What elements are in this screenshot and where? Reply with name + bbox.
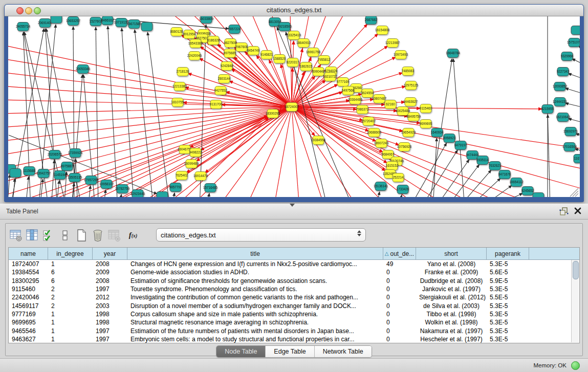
table-selector-dropdown[interactable]: citations_edges.txt [156,228,366,242]
network-node-6479197[interactable]: 6479197 [454,141,467,150]
network-node-2935114[interactable]: 2935114 [476,156,489,165]
table-cell[interactable]: 9777169 [9,311,48,318]
network-node-8958923[interactable]: 8958923 [443,134,456,143]
table-cell[interactable]: 5.3E-5 [487,327,529,335]
network-node-19218506[interactable]: 19218506 [277,23,292,31]
table-cell[interactable]: 9465546 [9,327,48,335]
table-cell[interactable]: 0 [383,302,416,310]
network-node-9227343[interactable]: 9227343 [557,68,570,76]
table-row[interactable]: 969969511998Structural magnetic resonanc… [9,318,579,326]
network-node-24055714[interactable]: 24055714 [16,23,31,31]
table-cell[interactable]: 1997 [93,286,127,293]
network-node-10973493[interactable]: 10973493 [394,51,408,59]
table-cell[interactable]: 9699695 [9,319,48,326]
table-cell[interactable]: 19384554 [9,269,48,276]
network-node-12213987[interactable]: 12213987 [385,39,400,48]
table-cell[interactable]: 18724007 [9,260,48,268]
network-node-1615152[interactable]: 1615152 [386,162,399,170]
table-cell[interactable]: 1998 [93,311,127,318]
table-cell[interactable]: 18300295 [9,277,48,285]
column-header-out_de[interactable]: △out_de... [383,248,416,259]
scrollbar-thumb[interactable] [573,261,579,279]
network-node-9498222[interactable]: 9498222 [189,148,202,157]
table-cell[interactable]: Estimation of the future numbers of pati… [127,327,383,335]
table-cell[interactable]: 1 [48,327,93,335]
table-cell[interactable]: 1 [48,260,93,268]
network-node-9115460[interactable]: 9115460 [420,104,432,113]
table-row[interactable]: 911546021997Tourette syndrome. Phenomeno… [9,285,579,293]
network-node-9242848[interactable]: 9242848 [221,62,233,71]
table-cell[interactable]: 6 [48,269,93,276]
table-cell[interactable]: 0 [383,277,416,285]
table-cell[interactable]: 5.3E-5 [487,302,529,310]
citation-network-graph[interactable]: 1872400718300295822031715885201332541918… [8,16,580,197]
network-node-10756928[interactable]: 10756928 [397,143,412,151]
network-node-8220317[interactable]: 8220317 [287,58,299,67]
network-node[interactable] [533,193,544,198]
network-node-12444151[interactable]: 12444151 [553,98,568,106]
network-node-7632621[interactable]: 7632621 [489,162,502,170]
table-cell[interactable]: 1 [48,319,93,326]
network-node[interactable] [141,23,153,31]
table-cell[interactable]: 6 [48,277,93,285]
network-node-9975887[interactable]: 9975887 [61,162,74,171]
table-cell[interactable]: 5.3E-5 [487,311,529,318]
network-node-19210722[interactable]: 19210722 [323,73,338,81]
network-node-2687682[interactable]: 2687682 [365,16,378,25]
network-window-titlebar[interactable]: citations_edges.txt [5,5,583,16]
network-node-2967608[interactable]: 2967608 [235,43,248,52]
network-node-116753[interactable]: 116753 [574,155,580,163]
network-node[interactable] [157,192,168,198]
network-node-16671585[interactable]: 16671585 [127,20,142,29]
network-node-2718126[interactable]: 2718126 [177,68,189,76]
network-node-15692971[interactable]: 15692971 [563,127,578,136]
tab-edge-table[interactable]: Edge Table [266,346,314,357]
network-node-15136141[interactable]: 15136141 [374,182,388,191]
column-header-short[interactable]: short [416,248,487,259]
column-header-in_degree[interactable]: in_degree [48,248,93,259]
table-panel-header[interactable]: Table Panel [0,204,588,220]
network-node-8186328[interactable]: 8186328 [207,36,220,45]
table-cell[interactable]: 14569117 [9,302,48,310]
network-node-8466162[interactable]: 8466162 [101,16,114,25]
table-cell[interactable]: 0 [383,294,416,301]
network-node-17016504[interactable]: 17016504 [562,143,577,151]
network-node-9329966[interactable]: 9329966 [561,52,574,61]
network-node-16033809[interactable]: 16033809 [199,16,214,24]
table-cell[interactable]: 2 [48,286,93,293]
network-node-1145194[interactable]: 1145194 [54,171,67,180]
table-cell[interactable]: 0 [383,286,416,293]
table-cell[interactable]: Disruption of a novel member of a sodium… [127,302,383,310]
network-node-16961758[interactable]: 16961758 [306,48,321,57]
network-node-9131700[interactable]: 9131700 [210,100,223,109]
network-node-12975125[interactable]: 12975125 [404,81,419,90]
network-node-8454749[interactable]: 8454749 [247,47,260,55]
table-cell[interactable]: 5.3E-5 [487,286,529,293]
table-cell[interactable]: Stergiakouli et al. (2012) [416,294,487,301]
network-node-7986372[interactable]: 7986372 [356,105,369,114]
network-node-10958107[interactable]: 10958107 [99,180,114,189]
network-node-9857791[interactable]: 9857791 [169,183,182,192]
network-node-1640934[interactable]: 1640934 [431,128,444,137]
network-node-9975685[interactable]: 9975685 [224,49,236,58]
table-cell[interactable]: Genome-wide association studies in ADHD. [127,269,383,276]
new-document-button[interactable] [74,228,89,242]
splitter-grip-icon[interactable] [290,204,295,207]
table-cell[interactable]: 2012 [93,294,127,301]
table-row[interactable]: 1456911722003Disruption of a novel membe… [9,301,579,310]
network-node-10654112[interactable]: 10654112 [509,178,524,187]
network-node-14463627[interactable]: 14463627 [403,98,418,106]
network-node-12923446[interactable]: 12923446 [130,190,145,198]
network-node-17359924[interactable]: 17359924 [68,149,83,158]
table-cell[interactable]: 1997 [93,327,127,335]
network-node-7625402[interactable]: 7625402 [176,171,188,180]
table-cell[interactable]: 49 [383,260,416,268]
network-node-15751074[interactable]: 15751074 [567,38,580,47]
network-node-18640910[interactable]: 18640910 [296,39,311,48]
network-node-20053346[interactable]: 20053346 [76,65,91,74]
table-cell[interactable]: 5.3E-5 [487,336,529,343]
select-rows-button[interactable] [41,228,56,242]
network-node-13942757[interactable]: 13942757 [36,169,51,178]
float-panel-icon[interactable] [559,207,569,216]
network-node-6497568[interactable]: 6497568 [342,86,355,95]
